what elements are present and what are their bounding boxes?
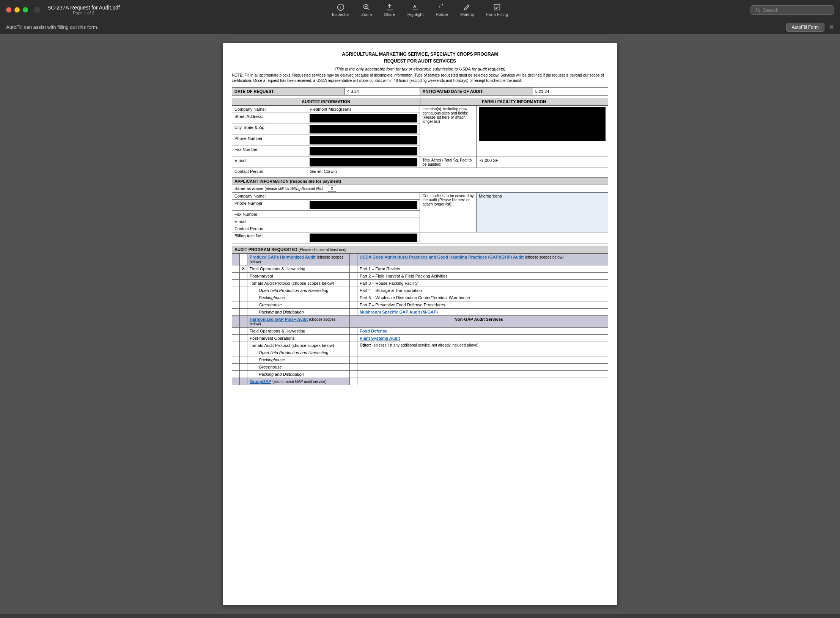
traffic-lights: [6, 7, 28, 13]
svg-line-3: [368, 8, 370, 10]
titlebar: ⊞ SC-237A Request for Audit.pdf Page 1 o…: [0, 0, 840, 20]
file-page: Page 1 of 2: [47, 11, 120, 15]
highlight-button[interactable]: Highlight: [407, 3, 424, 17]
pdf-area: AGRICULTURAL MARKETING SERVICE, SPECIALT…: [0, 34, 840, 614]
autofill-form-button[interactable]: AutoFill Form: [786, 23, 824, 32]
svg-text:i: i: [340, 5, 341, 9]
maximize-window-button[interactable]: [23, 7, 28, 13]
file-info: SC-237A Request for Audit.pdf Page 1 of …: [47, 5, 120, 15]
svg-line-11: [759, 11, 760, 12]
auditee-header: AUDITEE INFORMATION: [232, 98, 420, 105]
toolbar: i Inspector Zoom Share Highlight Rotate …: [332, 3, 508, 17]
doc-note: NOTE: Fill in all appropriate blocks. Re…: [232, 73, 608, 83]
share-button[interactable]: Share: [384, 3, 395, 17]
close-window-button[interactable]: [6, 7, 11, 13]
form-filling-button[interactable]: Form Filling: [486, 3, 508, 17]
farm-header: FARM / FACILITY INFORMATION: [420, 98, 608, 105]
sidebar-toggle-button[interactable]: ⊞: [34, 6, 40, 14]
inspector-button[interactable]: i Inspector: [332, 3, 349, 17]
rotate-button[interactable]: Rotate: [436, 3, 448, 17]
audit-program-header: AUDIT PROGRAM REQUESTED (Please choose a…: [232, 246, 608, 253]
svg-point-10: [756, 8, 759, 11]
autofill-message: AutoFill can assist with filling out thi…: [6, 24, 98, 30]
applicant-header: APPLICANT INFORMATION (responsible for p…: [232, 178, 608, 185]
minimize-window-button[interactable]: [14, 7, 20, 13]
close-banner-button[interactable]: ✕: [829, 24, 834, 31]
toolbar-right: Search: [750, 5, 834, 15]
autofill-banner: AutoFill can assist with filling out thi…: [0, 20, 840, 34]
markup-button[interactable]: Markup: [460, 3, 474, 17]
search-box[interactable]: Search: [750, 5, 834, 15]
zoom-button[interactable]: Zoom: [361, 3, 372, 17]
file-name: SC-237A Request for Audit.pdf: [47, 5, 120, 11]
doc-header: AGRICULTURAL MARKETING SERVICE, SPECIALT…: [232, 51, 608, 64]
doc-subtitle: (This is the only acceptable form for fa…: [232, 67, 608, 71]
pdf-page: AGRICULTURAL MARKETING SERVICE, SPECIALT…: [223, 43, 617, 605]
